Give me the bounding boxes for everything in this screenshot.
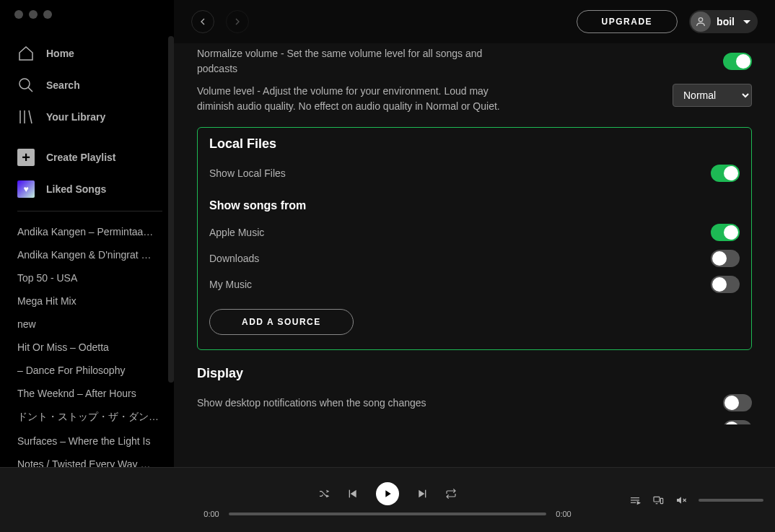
- time-elapsed: 0:00: [200, 510, 223, 518]
- playlist-item[interactable]: Surfaces – Where the Light Is: [17, 429, 174, 453]
- traffic-dot[interactable]: [14, 10, 23, 19]
- skip-forward-icon: [416, 488, 428, 500]
- display-notifications-toggle[interactable]: [723, 394, 752, 411]
- source-downloads-toggle[interactable]: [711, 250, 740, 267]
- svg-marker-18: [677, 497, 681, 503]
- shuffle-button[interactable]: [318, 488, 330, 500]
- main-panel: UPGRADE boil Normalize volume - Set the …: [174, 0, 775, 467]
- display-heading: Display: [197, 366, 752, 381]
- show-local-files-toggle[interactable]: [711, 165, 740, 182]
- volume-level-select[interactable]: Normal: [673, 84, 752, 107]
- avatar: [691, 12, 711, 32]
- partial-toggle[interactable]: [723, 420, 752, 424]
- create-playlist[interactable]: + Create Playlist: [6, 141, 168, 173]
- settings-content: Normalize volume - Set the same volume l…: [174, 43, 775, 467]
- playlist-item[interactable]: The Weeknd – After Hours: [17, 382, 174, 405]
- upper-area: Home Search Your Library + Create Playli…: [0, 0, 775, 467]
- player-bar: 0:00 0:00: [0, 467, 775, 532]
- queue-button[interactable]: [629, 494, 641, 506]
- nav-home-label: Home: [46, 48, 74, 59]
- nav-library[interactable]: Your Library: [6, 101, 168, 133]
- queue-icon: [629, 494, 641, 506]
- svg-marker-9: [419, 489, 424, 497]
- playlist-item[interactable]: Andika Kangen & D'ningrat …: [17, 243, 174, 266]
- svg-marker-14: [637, 502, 639, 504]
- svg-point-5: [699, 18, 702, 22]
- library-icon: [17, 108, 35, 126]
- svg-rect-10: [425, 489, 426, 497]
- svg-marker-6: [351, 489, 356, 497]
- liked-songs[interactable]: ♥ Liked Songs: [6, 173, 168, 205]
- top-bar: UPGRADE boil: [174, 0, 775, 43]
- liked-songs-label: Liked Songs: [46, 183, 106, 195]
- playlist-item[interactable]: Top 50 - USA: [17, 266, 174, 289]
- source-downloads-label: Downloads: [209, 253, 259, 264]
- traffic-dot[interactable]: [43, 10, 52, 19]
- user-menu[interactable]: boil: [689, 10, 758, 33]
- playlist-item[interactable]: Hit Or Miss – Odetta: [17, 336, 174, 359]
- normalize-volume-label: Normalize volume - Set the same volume l…: [197, 46, 507, 77]
- display-notifications-label: Show desktop notifications when the song…: [197, 397, 426, 409]
- volume-mute-icon: [675, 494, 687, 506]
- source-apple-music-toggle[interactable]: [711, 224, 740, 241]
- add-source-button[interactable]: ADD A SOURCE: [209, 309, 354, 335]
- create-playlist-label: Create Playlist: [46, 152, 116, 163]
- skip-back-icon: [347, 488, 359, 500]
- user-icon: [695, 16, 706, 27]
- player-right: [619, 494, 763, 506]
- source-apple-music-label: Apple Music: [209, 227, 264, 238]
- heart-icon: ♥: [17, 180, 35, 198]
- progress-row: 0:00 0:00: [200, 510, 575, 518]
- play-button[interactable]: [376, 482, 399, 505]
- nav-search-label: Search: [46, 79, 80, 91]
- svg-line-1: [28, 87, 32, 92]
- repeat-button[interactable]: [445, 488, 457, 500]
- nav-library-label: Your Library: [46, 111, 105, 123]
- show-songs-from-heading: Show songs from: [209, 199, 740, 212]
- normalize-volume-toggle[interactable]: [723, 53, 752, 70]
- nav-forward-button[interactable]: [226, 10, 249, 33]
- upgrade-button[interactable]: UPGRADE: [577, 10, 678, 33]
- local-files-section: Local Files Show Local Files Show songs …: [197, 127, 752, 350]
- nav-home[interactable]: Home: [6, 38, 168, 69]
- sidebar-scrollbar[interactable]: [168, 36, 174, 383]
- playlist-item[interactable]: Andika Kangen – Permintaa…: [17, 220, 174, 243]
- search-icon: [17, 77, 35, 94]
- playlist-item[interactable]: Mega Hit Mix: [17, 289, 174, 313]
- secondary-nav: + Create Playlist ♥ Liked Songs: [0, 136, 174, 205]
- volume-slider[interactable]: [699, 499, 763, 502]
- player-center: 0:00 0:00: [156, 482, 619, 518]
- playlist-item[interactable]: ドント・ストップ・ザ・ダン…: [17, 405, 174, 429]
- source-my-music-toggle[interactable]: [711, 276, 740, 293]
- show-local-files-label: Show Local Files: [209, 167, 286, 179]
- nav-back-button[interactable]: [191, 10, 214, 33]
- username-label: boil: [717, 16, 735, 27]
- window-traffic-lights: [0, 0, 174, 29]
- svg-rect-15: [654, 497, 660, 502]
- playlist-item[interactable]: – Dance For Philosophy: [17, 359, 174, 382]
- svg-line-4: [29, 110, 32, 123]
- sidebar-divider: [17, 211, 162, 212]
- local-files-heading: Local Files: [209, 136, 740, 152]
- svg-marker-8: [385, 490, 390, 497]
- chevron-down-icon: [743, 20, 750, 24]
- app-root: Home Search Your Library + Create Playli…: [0, 0, 775, 532]
- mute-button[interactable]: [675, 494, 687, 506]
- sidebar: Home Search Your Library + Create Playli…: [0, 0, 174, 467]
- playlist-item[interactable]: new: [17, 313, 174, 336]
- plus-icon: +: [17, 149, 35, 166]
- chevron-right-icon: [232, 16, 243, 27]
- player-controls: [318, 482, 457, 505]
- next-button[interactable]: [416, 488, 428, 500]
- play-icon: [382, 488, 393, 500]
- progress-bar[interactable]: [229, 513, 546, 515]
- nav-search[interactable]: Search: [6, 69, 168, 101]
- primary-nav: Home Search Your Library: [0, 29, 174, 136]
- playlist-list: Andika Kangen – Permintaa… Andika Kangen…: [0, 217, 174, 467]
- playlist-item[interactable]: Notes / Twisted Every Way …: [17, 453, 174, 467]
- previous-button[interactable]: [347, 488, 359, 500]
- source-my-music-label: My Music: [209, 279, 252, 290]
- devices-icon: [652, 494, 664, 506]
- devices-button[interactable]: [652, 494, 664, 506]
- traffic-dot[interactable]: [29, 10, 38, 19]
